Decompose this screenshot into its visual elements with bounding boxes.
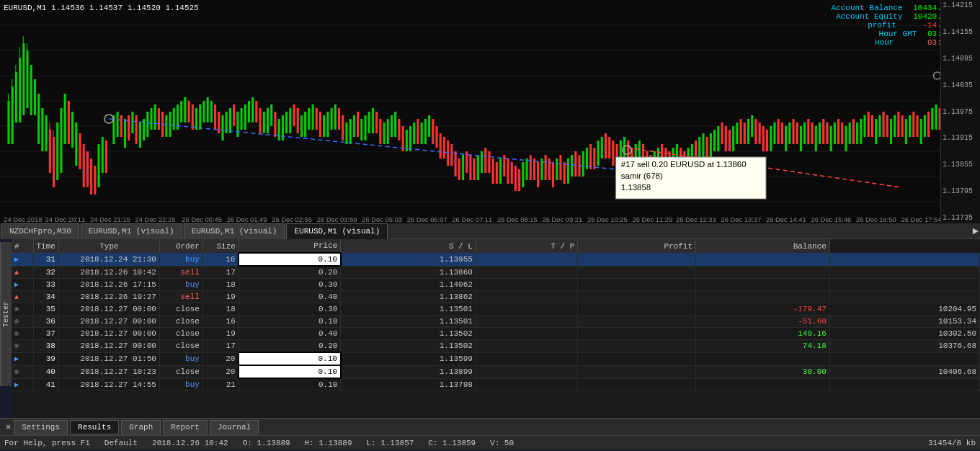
- cell-size: 0.10: [239, 253, 340, 266]
- svg-rect-109: [357, 112, 359, 137]
- table-row[interactable]: ▶ 31 2018.12.24 21:30 buy 16 0.10 1.1395…: [12, 253, 980, 266]
- chart-tab-eurusd-1[interactable]: EURUSD,M1 (visual): [81, 223, 182, 239]
- cell-price: 1.13502: [341, 328, 476, 340]
- table-row[interactable]: ⊗ 40 2018.12.27 10:23 close 20 0.10 1.13…: [12, 365, 980, 378]
- svg-rect-151: [514, 166, 517, 191]
- svg-rect-222: [781, 122, 783, 144]
- chart-tab-scroll[interactable]: ►: [973, 226, 979, 237]
- chart-tab-eurusd-3[interactable]: EURUSD,M1 (visual): [286, 223, 388, 239]
- svg-text:26 Dec 10:25: 26 Dec 10:25: [587, 216, 628, 223]
- svg-rect-92: [293, 104, 295, 126]
- cell-balance: 10204.95: [829, 303, 979, 316]
- col-balance: Balance: [695, 239, 829, 253]
- svg-rect-30: [86, 151, 89, 187]
- cell-icon: ▲: [12, 291, 33, 303]
- cell-price: 1.13798: [341, 378, 476, 391]
- cell-icon: ⊗: [12, 316, 33, 328]
- svg-text:26 Dec 08:15: 26 Dec 08:15: [497, 216, 538, 223]
- svg-rect-27: [75, 122, 77, 166]
- table-row[interactable]: ⊗ 37 2018.12.27 00:00 close 19 0.40 1.13…: [12, 328, 980, 340]
- svg-rect-229: [807, 119, 809, 144]
- cell-sl: [476, 352, 577, 365]
- svg-text:26 Dec 11:29: 26 Dec 11:29: [632, 216, 672, 223]
- price-1.14155: 1.14155: [943, 28, 979, 36]
- help-text: For Help, press F1: [4, 439, 90, 447]
- hour-label: Hour: [875, 38, 894, 47]
- svg-text:26 Dec 16:50: 26 Dec 16:50: [856, 216, 896, 223]
- cell-profit: -51.60: [695, 316, 829, 328]
- price-1.14095: 1.14095: [943, 55, 979, 63]
- cell-balance: 10302.50: [829, 328, 979, 340]
- table-row[interactable]: ⊗ 35 2018.12.27 00:00 close 18 0.30 1.13…: [12, 303, 980, 316]
- cell-size: 0.30: [239, 303, 340, 316]
- cell-order: 18: [202, 279, 239, 291]
- svg-rect-35: [105, 140, 107, 173]
- cell-price: 1.13502: [341, 340, 476, 353]
- cell-type: buy: [159, 253, 202, 266]
- cell-balance: 10153.34: [829, 316, 979, 328]
- tab-results[interactable]: Results: [70, 420, 119, 434]
- cell-price: 1.13860: [341, 266, 476, 279]
- status-date: 2018.12.26 10:42: [152, 439, 228, 447]
- table-row[interactable]: ▲ 34 2018.12.26 19:27 sell 19 0.40 1.138…: [12, 291, 980, 303]
- svg-rect-162: [556, 158, 558, 180]
- table-row[interactable]: ▲ 32 2018.12.26 10:42 sell 17 0.20 1.138…: [12, 266, 980, 279]
- svg-rect-165: [567, 158, 569, 184]
- svg-rect-217: [762, 126, 765, 151]
- svg-rect-248: [878, 115, 881, 137]
- svg-rect-234: [826, 122, 828, 144]
- cell-profit: [695, 378, 829, 391]
- table-row[interactable]: ▶ 33 2018.12.26 17:15 buy 18 0.30 1.1406…: [12, 279, 980, 291]
- cell-price: 1.13955: [341, 253, 476, 266]
- svg-rect-75: [229, 108, 231, 133]
- table-row[interactable]: ▶ 41 2018.12.27 14:55 buy 21 0.10 1.1379…: [12, 378, 980, 391]
- tester-label: Tester: [0, 242, 12, 386]
- tab-settings[interactable]: Settings: [14, 420, 68, 434]
- svg-rect-20: [49, 130, 51, 173]
- svg-rect-125: [416, 119, 419, 144]
- svg-rect-124: [413, 122, 415, 144]
- table-row[interactable]: ⊗ 38 2018.12.27 00:00 close 17 0.20 1.13…: [12, 340, 980, 353]
- svg-rect-48: [128, 115, 130, 140]
- chart-tab-nzdchf[interactable]: NZDCHFpro,M30: [1, 223, 79, 239]
- col-num: #: [12, 239, 33, 253]
- cell-profit: 74.18: [695, 340, 829, 353]
- table-row[interactable]: ⊗ 36 2018.12.27 00:00 close 16 0.10 1.13…: [12, 316, 980, 328]
- svg-rect-207: [725, 126, 727, 151]
- tab-graph[interactable]: Graph: [121, 420, 161, 434]
- svg-rect-33: [97, 144, 99, 187]
- cell-type: close: [159, 316, 202, 328]
- cell-balance: [829, 266, 979, 279]
- cell-size: 0.40: [239, 328, 340, 340]
- svg-text:26 Dec 05:03: 26 Dec 05:03: [362, 216, 402, 223]
- svg-text:1.13858: 1.13858: [621, 183, 651, 192]
- svg-rect-129: [432, 119, 434, 144]
- table-container[interactable]: # Time Type Order Size Price S / L T / P…: [12, 239, 980, 418]
- svg-rect-218: [766, 130, 768, 151]
- table-header-row: # Time Type Order Size Price S / L T / P…: [12, 239, 980, 253]
- svg-rect-99: [319, 112, 321, 137]
- svg-rect-225: [792, 119, 794, 144]
- svg-rect-112: [368, 112, 370, 133]
- col-profit: Profit: [578, 239, 696, 253]
- svg-rect-25: [68, 101, 70, 144]
- tab-journal[interactable]: Journal: [210, 420, 259, 434]
- svg-rect-263: [935, 104, 937, 130]
- cell-tp: [578, 316, 696, 328]
- cell-num: 40: [33, 365, 58, 378]
- svg-text:#17 sell 0.20 EURUSD at 1.1386: #17 sell 0.20 EURUSD at 1.13860: [621, 160, 747, 169]
- status-bar: For Help, press F1 Default 2018.12.26 10…: [0, 435, 980, 450]
- svg-rect-117: [387, 119, 389, 144]
- svg-rect-209: [732, 126, 734, 151]
- table-row[interactable]: ▶ 39 2018.12.27 01:50 buy 20 0.10 1.1359…: [12, 352, 980, 365]
- cell-balance: [829, 291, 979, 303]
- cell-price: 1.13501: [341, 316, 476, 328]
- cell-num: 32: [33, 266, 58, 279]
- svg-rect-174: [601, 137, 603, 158]
- close-button[interactable]: ✕: [3, 421, 14, 432]
- svg-rect-76: [233, 104, 235, 126]
- chart-tab-eurusd-2[interactable]: EURUSD,M1 (visual): [184, 223, 285, 239]
- svg-rect-67: [199, 104, 201, 130]
- col-price: Price: [239, 239, 340, 253]
- tab-report[interactable]: Report: [163, 420, 208, 434]
